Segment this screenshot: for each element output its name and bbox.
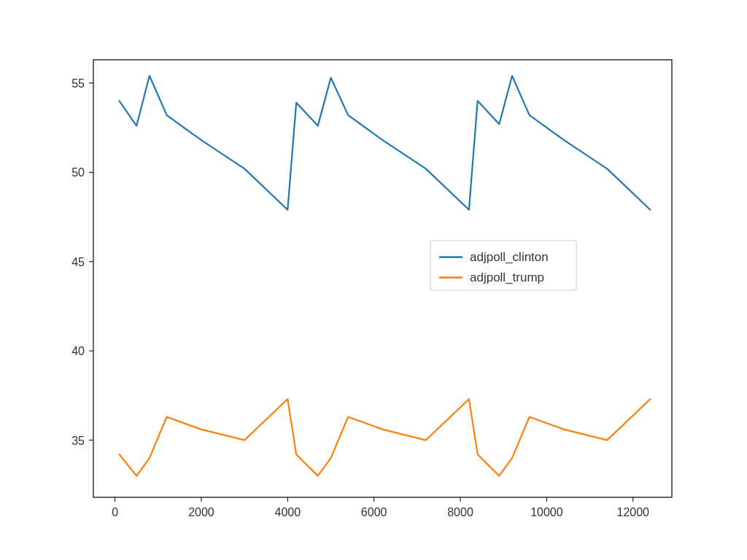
x-tick-label: 10000 [530, 506, 563, 518]
y-tick-label: 50 [71, 166, 85, 179]
x-tick-label: 4000 [275, 506, 301, 518]
x-tick-label: 6000 [361, 506, 387, 518]
series-line-0 [120, 76, 651, 210]
y-tick-label: 45 [71, 256, 85, 268]
x-tick-label: 12000 [616, 506, 649, 518]
x-tick-label: 0 [112, 506, 118, 518]
chart-container: 0200040006000800010000120003540455055adj… [0, 0, 747, 560]
y-tick-label: 55 [71, 77, 85, 90]
legend-label-1: adjpoll_trump [470, 271, 544, 284]
y-tick-label: 35 [71, 435, 85, 447]
chart-svg: 0200040006000800010000120003540455055adj… [0, 0, 747, 560]
legend-label-0: adjpoll_clinton [470, 250, 549, 264]
y-tick-label: 40 [71, 345, 85, 357]
x-tick-label: 2000 [188, 506, 214, 518]
series-line-1 [120, 399, 651, 475]
x-tick-label: 8000 [447, 506, 473, 518]
